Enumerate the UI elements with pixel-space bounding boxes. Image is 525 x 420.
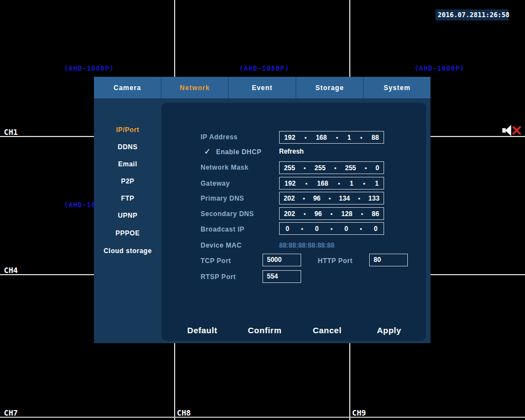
octet-separator: • bbox=[365, 165, 367, 171]
camera-overlay-label: (AHD-1080P) bbox=[239, 65, 289, 72]
octet-value: 0 bbox=[375, 164, 379, 172]
octet-value: 1 bbox=[348, 134, 351, 141]
octet-value: 128 bbox=[342, 210, 353, 218]
octet-separator: • bbox=[305, 134, 307, 141]
network-mask-label: Network Mask bbox=[201, 164, 249, 171]
octet-separator: • bbox=[360, 225, 362, 232]
tab-network[interactable]: Network bbox=[161, 77, 229, 98]
octet-value: 1 bbox=[350, 180, 354, 187]
primary-dns-label: Primary DNS bbox=[201, 195, 244, 202]
gateway-label: Gateway bbox=[201, 180, 230, 187]
cancel-button[interactable]: Cancel bbox=[313, 326, 342, 335]
sidebar-item-ftp[interactable]: FTP bbox=[94, 195, 161, 206]
grid-divider-horizontal-3 bbox=[0, 417, 525, 418]
settings-dialog: Camera Network Event Storage System IP/P… bbox=[94, 77, 431, 343]
network-sidebar: IP/Port DDNS Email P2P FTP UPNP PPPOE Cl… bbox=[94, 98, 161, 343]
octet-value: 168 bbox=[317, 180, 328, 187]
channel-label-ch4: CH4 bbox=[4, 266, 18, 275]
channel-label-ch8: CH8 bbox=[177, 408, 191, 417]
octet-separator: • bbox=[329, 195, 331, 202]
octet-separator: • bbox=[304, 165, 306, 171]
octet-separator: • bbox=[338, 180, 340, 187]
tab-camera[interactable]: Camera bbox=[94, 77, 161, 98]
device-mac-value: 88:88:88:88:88:88 bbox=[279, 242, 334, 249]
refresh-button[interactable]: Refresh bbox=[279, 148, 304, 155]
octet-separator: • bbox=[303, 195, 305, 202]
sidebar-item-email[interactable]: Email bbox=[94, 160, 161, 171]
octet-value: 192 bbox=[284, 134, 295, 141]
octet-separator: • bbox=[336, 134, 338, 141]
camera-overlay-label: (AHD-1080P) bbox=[64, 65, 114, 72]
octet-separator: • bbox=[334, 165, 337, 171]
channel-label-ch7: CH7 bbox=[4, 408, 18, 417]
octet-separator: • bbox=[330, 211, 333, 217]
camera-overlay-label: (AHD-1080P) bbox=[414, 65, 464, 72]
sidebar-item-ddns[interactable]: DDNS bbox=[94, 143, 161, 154]
octet-value: 86 bbox=[372, 210, 379, 218]
ip-address-field[interactable]: 192 • 168 • 1 • 88 bbox=[279, 131, 384, 144]
default-button[interactable]: Default bbox=[187, 326, 217, 335]
http-port-field[interactable]: 80 bbox=[369, 254, 408, 266]
octet-value: 133 bbox=[369, 195, 380, 202]
octet-value: 0 bbox=[344, 225, 348, 233]
channel-label-ch1: CH1 bbox=[4, 128, 18, 136]
sidebar-item-ip-port[interactable]: IP/Port bbox=[94, 126, 161, 137]
octet-value: 134 bbox=[339, 195, 350, 202]
octet-separator: • bbox=[360, 134, 363, 141]
rtsp-port-label: RTSP Port bbox=[201, 273, 236, 281]
octet-value: 96 bbox=[313, 195, 321, 202]
octet-value: 202 bbox=[284, 210, 295, 218]
apply-button[interactable]: Apply bbox=[377, 326, 401, 335]
octet-value: 88 bbox=[371, 134, 379, 141]
tcp-port-label: TCP Port bbox=[201, 257, 231, 265]
tab-system[interactable]: System bbox=[364, 77, 431, 98]
broadcast-ip-field[interactable]: 0 • 0 • 0 • 0 bbox=[279, 222, 384, 235]
octet-value: 255 bbox=[284, 164, 295, 172]
octet-separator: • bbox=[330, 225, 333, 232]
primary-dns-field[interactable]: 202 • 96 • 134 • 133 bbox=[279, 192, 384, 204]
octet-separator: • bbox=[361, 211, 363, 217]
octet-value: 0 bbox=[286, 225, 290, 233]
octet-value: 202 bbox=[284, 195, 295, 202]
octet-value: 1 bbox=[375, 180, 379, 187]
date-text: 2016.07.28 bbox=[438, 11, 477, 19]
octet-value: 192 bbox=[285, 180, 296, 187]
ip-address-label: IP Address bbox=[201, 133, 238, 141]
sidebar-item-upnp[interactable]: UPNP bbox=[94, 212, 161, 223]
sidebar-item-p2p[interactable]: P2P bbox=[94, 177, 161, 188]
datetime-bar: 2016.07.28 11:26:58 bbox=[435, 9, 508, 20]
octet-value: 96 bbox=[314, 210, 322, 218]
device-mac-label: Device MAC bbox=[201, 242, 242, 249]
sidebar-item-cloud-storage[interactable]: Cloud storage bbox=[94, 247, 161, 258]
octet-value: 255 bbox=[345, 164, 356, 172]
tab-storage[interactable]: Storage bbox=[296, 77, 364, 98]
http-port-label: HTTP Port bbox=[318, 257, 353, 265]
settings-tabbar: Camera Network Event Storage System bbox=[94, 77, 431, 98]
audio-mute-icon[interactable] bbox=[502, 123, 523, 138]
network-mask-field[interactable]: 255 • 255 • 255 • 0 bbox=[279, 161, 384, 174]
tab-event[interactable]: Event bbox=[229, 77, 296, 98]
octet-separator: • bbox=[304, 211, 306, 217]
octet-value: 168 bbox=[316, 134, 327, 141]
octet-value: 0 bbox=[374, 225, 378, 233]
octet-separator: • bbox=[363, 180, 365, 187]
octet-value: 255 bbox=[314, 164, 326, 172]
gateway-field[interactable]: 192 • 168 • 1 • 1 bbox=[279, 177, 384, 190]
time-text: 11:26:58 bbox=[477, 11, 510, 19]
octet-separator: • bbox=[301, 225, 303, 232]
tcp-port-field[interactable]: 5000 bbox=[262, 254, 301, 266]
enable-dhcp-label: Enable DHCP bbox=[216, 148, 261, 156]
octet-separator: • bbox=[358, 195, 360, 202]
ip-port-panel: IP Address 192 • 168 • 1 • 88 ✓ Enable D… bbox=[161, 103, 426, 341]
secondary-dns-label: Secondary DNS bbox=[201, 210, 254, 218]
confirm-button[interactable]: Confirm bbox=[248, 326, 282, 335]
sidebar-item-pppoe[interactable]: PPPOE bbox=[94, 229, 161, 240]
broadcast-ip-label: Broadcast IP bbox=[201, 225, 244, 233]
rtsp-port-field[interactable]: 554 bbox=[262, 270, 301, 283]
secondary-dns-field[interactable]: 202 • 96 • 128 • 86 bbox=[279, 207, 384, 220]
octet-value: 0 bbox=[315, 225, 319, 233]
dhcp-checkbox-checkmark-icon[interactable]: ✓ bbox=[204, 147, 211, 156]
octet-separator: • bbox=[305, 180, 307, 187]
channel-label-ch9: CH9 bbox=[352, 408, 366, 417]
